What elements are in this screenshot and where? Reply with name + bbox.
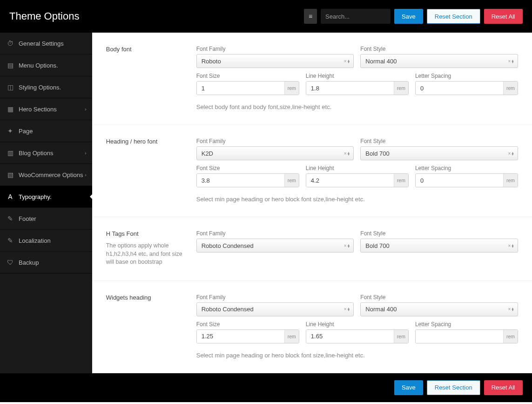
select-value: Normal 400 bbox=[365, 58, 397, 65]
field-label: Letter Spacing bbox=[415, 73, 518, 79]
sidebar-item-icon: 🛡 bbox=[7, 259, 14, 266]
field-label: Font Size bbox=[196, 165, 299, 171]
sidebar-item-label: Backup bbox=[19, 259, 39, 266]
save-button-bottom[interactable]: Save bbox=[394, 380, 423, 395]
clear-chevron-icon[interactable]: × ▲▼ bbox=[508, 151, 514, 156]
sidebar-item-woocommerce-options[interactable]: ▧WooCommerce Options› bbox=[0, 164, 92, 186]
reset-all-button[interactable]: Reset All bbox=[484, 9, 523, 24]
field-label: Line Height bbox=[306, 165, 409, 171]
sidebar-item-page[interactable]: ✦Page bbox=[0, 120, 92, 142]
sidebar-item-footer[interactable]: ✎Footer bbox=[0, 208, 92, 230]
line-height-input[interactable] bbox=[306, 330, 394, 343]
select-value: Bold 700 bbox=[365, 150, 389, 157]
sidebar-item-icon: ✎ bbox=[7, 215, 14, 222]
select-value: Bold 700 bbox=[365, 242, 389, 249]
letter-spacing-input[interactable] bbox=[416, 82, 503, 95]
letter-spacing-input-wrap: rem bbox=[415, 329, 518, 343]
font-style-select[interactable]: Bold 700× ▲▼ bbox=[360, 146, 518, 160]
sidebar-item-icon: A bbox=[7, 193, 14, 200]
font-size-input-wrap: rem bbox=[196, 329, 299, 343]
line-height-input[interactable] bbox=[306, 82, 394, 95]
section-left: Widgets heading bbox=[106, 294, 196, 359]
sidebar-item-label: Page bbox=[19, 128, 33, 135]
sidebar-item-icon: ▥ bbox=[7, 149, 14, 157]
sidebar-item-backup[interactable]: 🛡Backup bbox=[0, 252, 92, 274]
select-value: Normal 400 bbox=[365, 306, 397, 313]
section: Body fontFont FamilyRoboto× ▲▼Font Style… bbox=[92, 33, 532, 125]
line-height-input-wrap: rem bbox=[306, 173, 409, 187]
topbar: Theme Options ≡ Save Reset Section Reset… bbox=[0, 0, 532, 33]
field-label: Font Style bbox=[360, 294, 518, 301]
search-input[interactable] bbox=[321, 9, 391, 24]
clear-chevron-icon[interactable]: × ▲▼ bbox=[344, 151, 350, 156]
clear-chevron-icon[interactable]: × ▲▼ bbox=[344, 59, 350, 64]
font-family-select[interactable]: K2D× ▲▼ bbox=[196, 146, 354, 160]
field-label: Letter Spacing bbox=[415, 321, 518, 328]
sidebar-item-general-settings[interactable]: ⏱General Settings bbox=[0, 33, 92, 55]
section-hint: Select min page heading or hero block fo… bbox=[196, 352, 518, 359]
reset-section-button[interactable]: Reset Section bbox=[427, 9, 480, 24]
sidebar-item-hero-sections[interactable]: ▦Hero Sections› bbox=[0, 98, 92, 120]
sidebar-item-icon: ▧ bbox=[7, 171, 14, 178]
main: ⏱General Settings▤Menu Options.◫Styling … bbox=[0, 33, 532, 373]
section-hint: Select body font and body font,size,line… bbox=[196, 103, 518, 110]
sidebar-item-localization[interactable]: ✎Localization bbox=[0, 230, 92, 252]
sidebar-item-label: General Settings bbox=[19, 40, 64, 47]
field-label: Font Family bbox=[196, 230, 354, 237]
reset-section-button-bottom[interactable]: Reset Section bbox=[427, 380, 480, 395]
sidebar-item-label: Footer bbox=[19, 215, 36, 222]
font-family-select[interactable]: Roboto Condensed× ▲▼ bbox=[196, 302, 354, 316]
field-label: Font Family bbox=[196, 138, 354, 144]
section-hint: Select min page heading or hero block fo… bbox=[196, 196, 518, 203]
section-right: Font FamilyRoboto Condensed× ▲▼Font Styl… bbox=[196, 230, 518, 267]
sidebar-item-icon: ▦ bbox=[7, 105, 14, 113]
select-value: Roboto Condensed bbox=[202, 306, 254, 313]
field-label: Font Size bbox=[196, 73, 299, 79]
letter-spacing-input[interactable] bbox=[416, 330, 503, 343]
save-button[interactable]: Save bbox=[394, 9, 423, 24]
letter-spacing-input[interactable] bbox=[416, 174, 503, 187]
sidebar-item-blog-options[interactable]: ▥Blog Options› bbox=[0, 142, 92, 164]
sidebar-item-icon: ⏱ bbox=[7, 40, 14, 47]
field-label: Font Family bbox=[196, 294, 354, 301]
sidebar-item-icon: ◫ bbox=[7, 83, 14, 91]
sidebar-item-typography[interactable]: ATypography. bbox=[0, 186, 92, 208]
unit-label: rem bbox=[394, 330, 408, 343]
bottombar: Save Reset Section Reset All bbox=[0, 373, 532, 402]
unit-label: rem bbox=[503, 82, 518, 95]
section-left: Heading / hero font bbox=[106, 138, 196, 203]
clear-chevron-icon[interactable]: × ▲▼ bbox=[508, 59, 514, 64]
line-height-input-wrap: rem bbox=[306, 329, 409, 343]
font-style-select[interactable]: Normal 400× ▲▼ bbox=[360, 302, 518, 316]
reset-all-button-bottom[interactable]: Reset All bbox=[484, 380, 523, 395]
field-label: Letter Spacing bbox=[415, 165, 518, 171]
sidebar-item-icon: ▤ bbox=[7, 62, 14, 69]
section-sub: The options apply whole h1,h2,h3,h4 etc,… bbox=[106, 242, 189, 267]
font-size-input[interactable] bbox=[197, 174, 284, 187]
clear-chevron-icon[interactable]: × ▲▼ bbox=[344, 307, 350, 312]
bottom-actions: Save Reset Section Reset All bbox=[394, 380, 523, 395]
chevron-right-icon: › bbox=[85, 150, 87, 156]
letter-spacing-input-wrap: rem bbox=[415, 81, 518, 95]
sidebar-item-label: Typography. bbox=[19, 193, 52, 200]
chevron-right-icon: › bbox=[85, 172, 87, 178]
clear-chevron-icon[interactable]: × ▲▼ bbox=[508, 307, 514, 312]
section-left: Body font bbox=[106, 46, 196, 110]
font-family-select[interactable]: Roboto× ▲▼ bbox=[196, 54, 354, 68]
sidebar-item-label: Localization bbox=[19, 237, 51, 244]
font-style-select[interactable]: Normal 400× ▲▼ bbox=[360, 54, 518, 68]
section-name: Heading / hero font bbox=[106, 138, 189, 145]
sidebar-item-menu-options[interactable]: ▤Menu Options. bbox=[0, 55, 92, 76]
font-size-input[interactable] bbox=[197, 330, 284, 343]
toggle-icon[interactable]: ≡ bbox=[304, 9, 317, 24]
font-style-select[interactable]: Bold 700× ▲▼ bbox=[360, 239, 518, 253]
section: H Tags FontThe options apply whole h1,h2… bbox=[92, 217, 532, 281]
sidebar-item-styling-options[interactable]: ◫Styling Options. bbox=[0, 76, 92, 98]
clear-chevron-icon[interactable]: × ▲▼ bbox=[344, 243, 350, 248]
font-family-select[interactable]: Roboto Condensed× ▲▼ bbox=[196, 239, 354, 253]
font-size-input[interactable] bbox=[197, 82, 284, 95]
clear-chevron-icon[interactable]: × ▲▼ bbox=[508, 243, 514, 248]
line-height-input[interactable] bbox=[306, 174, 394, 187]
field-label: Font Size bbox=[196, 321, 299, 328]
sidebar-item-icon: ✎ bbox=[7, 237, 14, 244]
